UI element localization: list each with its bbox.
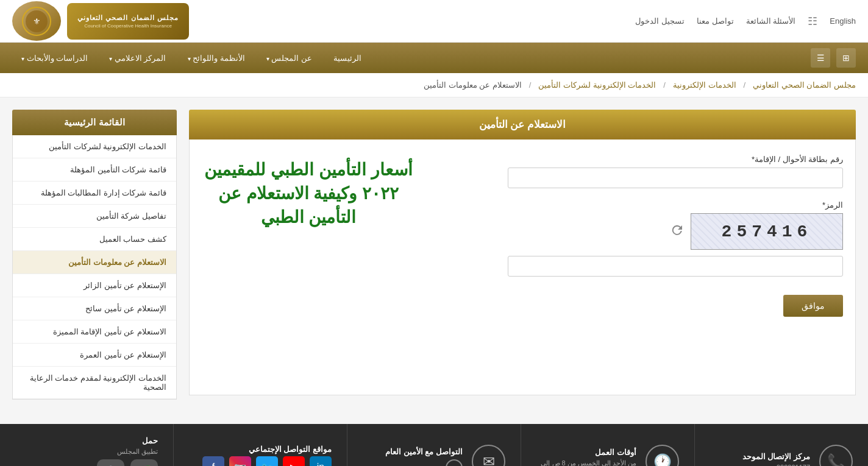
captcha-label: الرمز* (508, 200, 843, 210)
download-subtitle: تطبيق المجلس (97, 448, 158, 456)
sidebar-item-4: كشف حساب العميل (13, 228, 176, 251)
phone-icon: 📞 (819, 445, 853, 466)
android-store-icon[interactable]: 🤖 (97, 459, 124, 466)
form-area: الاستعلام عن التأمين أسعار التأمين الطبي… (189, 110, 856, 400)
footer-contact: 📞 مركز الإتصال الموحد 920001177 (694, 424, 868, 466)
captcha-input[interactable] (508, 256, 843, 277)
download-title: حمل (97, 436, 158, 445)
breadcrumb-sep-1: / (744, 80, 746, 90)
sidebar-item-8: الاستعلام عن تأمين الإقامة المميزة (13, 320, 176, 344)
captcha-container: 257416 (508, 213, 843, 250)
overlay-article-text: أسعار التأمين الطبي للمقيمين ٢٠٢٢ وكيفية… (202, 158, 415, 230)
sidebar-menu: الخدمات الإلكترونية لشركات التأمين قائمة… (12, 135, 177, 400)
sidebar-item-6: الإستعلام عن تأمين الزائر (13, 274, 176, 297)
sidebar-item-5: الاستعلام عن معلومات التأمين (13, 251, 176, 274)
youtube-icon[interactable]: ▶ (283, 456, 305, 466)
breadcrumb-item-2[interactable]: الخدمات الإلكترونية (673, 80, 736, 90)
contact-link[interactable]: تواصل معنا (697, 16, 734, 26)
footer-app-download: حمل تطبيق المجلس 🍎 🤖 (0, 424, 173, 466)
footer-social-text: التواصل مع الأمين العام ↩ (385, 447, 463, 467)
sidebar-item-9: الإستعلام عن تأمين العمرة (13, 344, 176, 367)
sidebar-item-7: الإستعلام عن تأمين سائح (13, 297, 176, 320)
app-icons-container: 🍎 🤖 (97, 459, 158, 466)
nav-about[interactable]: عن المجلس (257, 49, 321, 68)
linkedin-icon[interactable]: in (310, 456, 332, 466)
footer: 📞 مركز الإتصال الموحد 920001177 🕐 أوقات … (0, 424, 868, 466)
logo: مجلس الضمان الصحي التعاوني Council of Co… (12, 1, 189, 41)
footer-hours-text: أوقات العمل من الأحد إلى الخميس من 8 ص إ… (536, 448, 636, 466)
social-title: التواصل مع الأمين العام (385, 447, 463, 456)
sidebar-item-3: تفاصيل شركة التأمين (13, 205, 176, 228)
captcha-image: 257416 (691, 213, 843, 250)
sidebar-item-0: الخدمات الإلكترونية لشركات التأمين (13, 135, 176, 158)
logo-main: مجلس الضمان الصحي التعاوني Council of Co… (67, 3, 189, 40)
footer-social-media: مواقع التواصل الإجتماعي in ▶ 🐦 📷 f (173, 424, 347, 466)
id-input[interactable] (508, 168, 843, 188)
breadcrumb: مجلس الضمان الصحي التعاوني / الخدمات الإ… (0, 73, 868, 97)
sidebar-item-10: الخدمات الإلكترونية لمقدم خدمات الرعاية … (13, 367, 176, 399)
sidebar-link-6[interactable]: الإستعلام عن تأمين الزائر (13, 274, 176, 297)
grid-icon[interactable]: ⊞ (836, 48, 856, 68)
sidebar-link-2[interactable]: قائمة شركات إدارة المطالبات المؤهلة (13, 182, 176, 204)
faq-link[interactable]: الأسئلة الشائعة (746, 16, 796, 26)
hours-title: أوقات العمل (536, 448, 636, 457)
form-title: الاستعلام عن التأمين (189, 110, 856, 139)
facebook-icon[interactable]: f (202, 456, 224, 466)
instagram-icon[interactable]: 📷 (229, 456, 251, 466)
breadcrumb-sep-2: / (663, 80, 666, 90)
nav-home[interactable]: الرئيسية (324, 49, 371, 68)
sidebar-link-0[interactable]: الخدمات الإلكترونية لشركات التأمين (13, 135, 176, 158)
sidebar-link-3[interactable]: تفاصيل شركة التأمين (13, 205, 176, 227)
main-content: الاستعلام عن التأمين أسعار التأمين الطبي… (0, 97, 868, 412)
id-label: رقم بطاقة الأحوال / الإقامة* (508, 155, 843, 164)
contact-title: مركز الإتصال الموحد (742, 452, 810, 461)
apple-store-icon[interactable]: 🍎 (130, 459, 158, 466)
sidebar: القائمة الرئيسية الخدمات الإلكترونية لشر… (12, 110, 177, 400)
nav-media[interactable]: المركز الاعلامي (100, 49, 175, 68)
footer-contact-text: مركز الإتصال الموحد 920001177 (742, 452, 810, 466)
breadcrumb-item-4: الاستعلام عن معلومات التأمين (424, 80, 522, 90)
captcha-field: الرمز* 257416 (508, 200, 843, 277)
breadcrumb-sep-3: / (529, 80, 532, 90)
nav-links: الرئيسية عن المجلس الأنظمة واللوائح المر… (12, 49, 371, 68)
sidebar-link-7[interactable]: الإستعلام عن تأمين سائح (13, 297, 176, 320)
footer-app-text: حمل تطبيق المجلس 🍎 🤖 (97, 436, 158, 466)
nav-regulations[interactable]: الأنظمة واللوائح (179, 49, 254, 68)
footer-top: 📞 مركز الإتصال الموحد 920001177 🕐 أوقات … (0, 424, 868, 466)
contact-number: 920001177 (742, 464, 810, 466)
sidebar-link-4[interactable]: كشف حساب العميل (13, 228, 176, 250)
sidebar-link-9[interactable]: الإستعلام عن تأمين العمرة (13, 344, 176, 366)
twitter-icon[interactable]: 🐦 (256, 456, 278, 466)
sidebar-link-1[interactable]: قائمة شركات التأمين المؤهلة (13, 158, 176, 181)
id-field: رقم بطاقة الأحوال / الإقامة* (508, 155, 843, 188)
submit-button[interactable]: موافق (783, 295, 843, 317)
sitemap-icon: ☷ (808, 15, 817, 28)
form-body: أسعار التأمين الطبي للمقيمين ٢٠٢٢ وكيفية… (189, 139, 856, 395)
nav-research[interactable]: الدراسات والأبحاث (12, 49, 97, 68)
sidebar-link-5[interactable]: الاستعلام عن معلومات التأمين (13, 251, 176, 274)
english-link[interactable]: English (830, 16, 856, 26)
logo-text-english: Council of Cooperative Health Insurance (84, 23, 172, 29)
logo-emblem: ⚜ (12, 1, 61, 41)
svg-text:⚜: ⚜ (33, 16, 41, 26)
arrow-icon: ↩ (446, 459, 463, 467)
main-nav: ⊞ ☰ الرئيسية عن المجلس الأنظمة واللوائح … (0, 43, 868, 73)
captcha-refresh-button[interactable] (670, 223, 685, 241)
breadcrumb-item-1[interactable]: مجلس الضمان الصحي التعاوني (753, 80, 856, 90)
logo-text-arabic: مجلس الضمان الصحي التعاوني (77, 14, 178, 22)
social-media-title: مواقع التواصل الإجتماعي (202, 445, 332, 454)
footer-social-contact: ✉ التواصل مع الأمين العام ↩ (347, 424, 521, 466)
clock-icon: 🕐 (646, 445, 679, 466)
hours-desc: من الأحد إلى الخميس من 8 ص إلى 4م (536, 459, 636, 466)
menu-icon[interactable]: ☰ (811, 48, 830, 68)
sidebar-item-1: قائمة شركات التأمين المؤهلة (13, 158, 176, 182)
footer-social-media-text: مواقع التواصل الإجتماعي in ▶ 🐦 📷 f (202, 445, 332, 466)
email-icon: ✉ (472, 445, 505, 466)
breadcrumb-item-3[interactable]: الخدمات الإلكترونية لشركات التأمين (538, 80, 656, 90)
nav-icons: ⊞ ☰ (811, 48, 856, 68)
sidebar-title: القائمة الرئيسية (12, 110, 177, 135)
sidebar-link-10[interactable]: الخدمات الإلكترونية لمقدم خدمات الرعاية … (13, 367, 176, 398)
sidebar-link-8[interactable]: الاستعلام عن تأمين الإقامة المميزة (13, 320, 176, 343)
register-link[interactable]: تسجيل الدخول (635, 16, 685, 26)
sidebar-item-2: قائمة شركات إدارة المطالبات المؤهلة (13, 182, 176, 205)
